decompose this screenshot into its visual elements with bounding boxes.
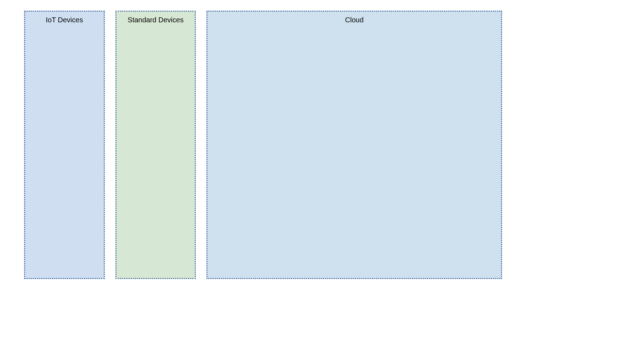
diagram-container: IoT Devices Standard Devices Cloud (24, 11, 502, 279)
panel-title-cloud: Cloud (207, 16, 501, 24)
panel-title-standard: Standard Devices (116, 16, 195, 24)
panel-title-iot: IoT Devices (25, 16, 104, 24)
panel-iot-devices: IoT Devices (24, 11, 105, 279)
panel-cloud: Cloud (206, 11, 502, 279)
panel-standard-devices: Standard Devices (115, 11, 196, 279)
